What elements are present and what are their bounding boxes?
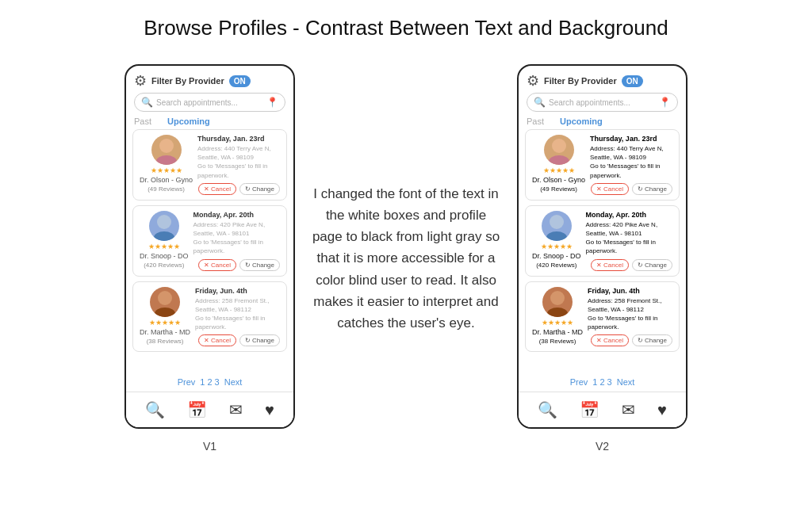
v2-search-nav-icon[interactable]: 🔍 (538, 400, 557, 419)
v2-appt-details-3: Friday, Jun. 4th Address: 258 Fremont St… (588, 287, 672, 347)
v1-appt-card-2: ★★★★★ Dr. Snoop - DO (420 Reviews) Monda… (132, 205, 287, 277)
v1-appt-date-1: Thursday, Jan. 23rd (197, 135, 280, 143)
v1-doc-name-2: Dr. Snoop - DO (140, 252, 189, 260)
v1-appt-info-1: Address: 440 Terry Ave N, Seattle, WA - … (197, 144, 280, 180)
v2-change-btn-3[interactable]: ↻Change (632, 334, 672, 346)
v1-tab-past[interactable]: Past (134, 117, 151, 126)
v2-doc-reviews-2: (420 Reviews) (536, 262, 576, 269)
v1-gear-icon[interactable]: ⚙ (134, 72, 147, 90)
v1-tabs: Past Upcoming (126, 115, 293, 129)
v2-stars-2: ★★★★★ (541, 243, 573, 250)
v2-location-icon: 📍 (659, 97, 671, 108)
v1-doc-name-3: Dr. Martha - MD (140, 328, 190, 336)
v1-toggle[interactable]: ON (229, 75, 251, 87)
v2-appt-info-1: Address: 440 Terry Ave N, Seattle, WA - … (590, 144, 672, 180)
v1-prev-btn[interactable]: Prev (178, 377, 196, 387)
v1-heart-nav-icon[interactable]: ♥ (265, 401, 274, 419)
v2-appt-card-1: ★★★★★ Dr. Olson - Gyno (49 Reviews) Thur… (525, 129, 680, 201)
v2-doc-name-1: Dr. Olson - Gyno (532, 176, 585, 184)
v1-cancel-btn-2[interactable]: ✕Cancel (198, 259, 236, 271)
v1-change-btn-3[interactable]: ↻Change (239, 334, 280, 346)
svg-point-4 (158, 291, 172, 305)
v1-avatar-1 (151, 135, 182, 165)
v2-phone: ⚙ Filter By Provider ON 🔍 Search appoint… (517, 64, 688, 429)
v1-change-btn-1[interactable]: ↻Change (239, 183, 280, 195)
v2-cancel-btn-2[interactable]: ✕Cancel (591, 259, 629, 271)
v1-search-placeholder: Search appointments... (156, 98, 263, 107)
main-content: ⚙ Filter By Provider ON 🔍 Search appoint… (24, 64, 788, 453)
v1-cancel-btn-1[interactable]: ✕Cancel (198, 183, 236, 195)
v2-doc-name-3: Dr. Martha - MD (532, 328, 583, 336)
v1-search-bar[interactable]: 🔍 Search appointments... 📍 (134, 93, 285, 112)
v2-gear-icon[interactable]: ⚙ (527, 72, 539, 90)
v2-search-placeholder: Search appointments... (549, 98, 656, 107)
v2-doc-reviews-1: (49 Reviews) (540, 185, 577, 193)
v2-cancel-btn-1[interactable]: ✕Cancel (591, 183, 629, 195)
v2-appointments: ★★★★★ Dr. Olson - Gyno (49 Reviews) Thur… (519, 129, 686, 371)
svg-point-1 (156, 155, 177, 165)
v2-next-btn[interactable]: Next (617, 377, 635, 387)
v1-appt-details-3: Friday, Jun. 4th Address: 258 Fremont St… (195, 287, 280, 347)
v2-change-btn-1[interactable]: ↻Change (632, 183, 672, 195)
v1-appt-details-2: Monday, Apr. 20th Address: 420 Pike Ave … (193, 211, 280, 271)
v1-doc-reviews-2: (420 Reviews) (144, 262, 184, 269)
v2-search-icon: 🔍 (534, 97, 546, 108)
v2-search-bar[interactable]: 🔍 Search appointments... 📍 (527, 93, 678, 112)
v2-message-nav-icon[interactable]: ✉ (622, 400, 635, 419)
v1-change-btn-2[interactable]: ↻Change (239, 259, 280, 271)
v1-appt-info-3: Address: 258 Fremont St., Seattle, WA - … (195, 296, 280, 332)
v2-appt-date-3: Friday, Jun. 4th (588, 287, 672, 295)
v1-appt-info-2: Address: 420 Pike Ave N, Seattle, WA - 9… (193, 220, 280, 256)
v1-message-nav-icon[interactable]: ✉ (229, 400, 243, 419)
v1-phone-wrapper: ⚙ Filter By Provider ON 🔍 Search appoint… (124, 64, 295, 453)
v1-search-nav-icon[interactable]: 🔍 (145, 400, 165, 419)
v2-prev-btn[interactable]: Prev (570, 377, 588, 387)
v1-appointments: ★★★★★ Dr. Olson - Gyno (49 Reviews) Thur… (126, 129, 293, 371)
v2-phone-wrapper: ⚙ Filter By Provider ON 🔍 Search appoint… (517, 64, 688, 453)
v1-calendar-nav-icon[interactable]: 📅 (187, 400, 207, 419)
v1-appt-details-1: Thursday, Jan. 23rd Address: 440 Terry A… (197, 135, 280, 195)
v1-pages[interactable]: 1 2 3 (200, 377, 219, 387)
svg-point-5 (155, 308, 175, 317)
v1-cancel-btn-3[interactable]: ✕Cancel (198, 334, 236, 346)
v2-stars-1: ★★★★★ (543, 166, 575, 174)
v2-cancel-btn-3[interactable]: ✕Cancel (591, 334, 629, 346)
v1-card-actions-1: ✕Cancel ↻Change (197, 183, 280, 195)
v2-stars-3: ★★★★★ (542, 319, 573, 327)
v2-card-actions-2: ✕Cancel ↻Change (586, 259, 672, 271)
v2-header: ⚙ Filter By Provider ON (519, 66, 686, 93)
v2-calendar-nav-icon[interactable]: 📅 (580, 400, 599, 419)
svg-point-10 (550, 291, 565, 305)
v1-label: V1 (203, 440, 216, 453)
v2-change-btn-2[interactable]: ↻Change (632, 259, 672, 271)
v1-next-btn[interactable]: Next (224, 377, 243, 387)
v2-appt-info-3: Address: 258 Fremont St., Seattle, WA - … (588, 296, 672, 332)
v2-tabs: Past Upcoming (519, 115, 686, 129)
svg-point-9 (546, 231, 567, 241)
v1-tab-upcoming[interactable]: Upcoming (167, 117, 210, 126)
v1-bottom-nav: 🔍 📅 ✉ ♥ (126, 392, 293, 427)
v1-filter-label: Filter By Provider (151, 76, 224, 86)
v1-phone: ⚙ Filter By Provider ON 🔍 Search appoint… (124, 64, 295, 429)
svg-point-0 (159, 139, 174, 153)
v2-avatar-2 (542, 211, 572, 241)
v2-doc-name-2: Dr. Snoop - DO (532, 252, 581, 260)
v1-stars-1: ★★★★★ (151, 166, 182, 174)
v1-search-icon: 🔍 (141, 97, 153, 108)
v1-pagination: Prev 1 2 3 Next (126, 371, 293, 392)
v1-doc-reviews-1: (49 Reviews) (147, 185, 185, 193)
v1-appt-date-3: Friday, Jun. 4th (195, 287, 280, 295)
v2-avatar-1 (544, 135, 574, 165)
v1-appt-card-1: ★★★★★ Dr. Olson - Gyno (49 Reviews) Thur… (132, 129, 287, 201)
svg-point-11 (547, 308, 568, 317)
v2-pages[interactable]: 1 2 3 (592, 377, 611, 387)
v2-tab-past[interactable]: Past (527, 117, 544, 126)
v1-card-actions-3: ✕Cancel ↻Change (195, 334, 280, 346)
v1-card-actions-2: ✕Cancel ↻Change (193, 259, 280, 271)
v1-header: ⚙ Filter By Provider ON (126, 66, 293, 93)
v1-appt-date-2: Monday, Apr. 20th (193, 211, 280, 219)
v2-toggle[interactable]: ON (622, 75, 643, 87)
v2-tab-upcoming[interactable]: Upcoming (560, 117, 603, 126)
v2-heart-nav-icon[interactable]: ♥ (657, 401, 667, 419)
v2-avatar-3 (542, 287, 573, 317)
